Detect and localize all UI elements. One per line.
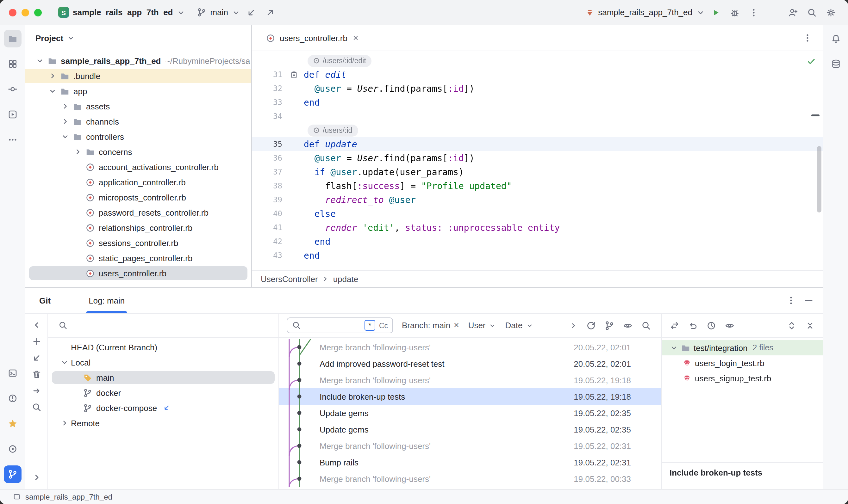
code-line[interactable]: 41 render 'edit', status: :unprocessable…	[252, 221, 823, 235]
settings-button[interactable]	[823, 4, 839, 21]
close-window-button[interactable]	[9, 8, 16, 16]
changed-dir-row[interactable]: test/integration 2 files	[662, 340, 823, 355]
tree-item-controllers[interactable]: controllers	[25, 129, 251, 144]
tree-item-app[interactable]: app	[25, 84, 251, 98]
chevron-right-icon[interactable]	[48, 71, 57, 80]
editor-scrollbar[interactable]	[817, 146, 821, 213]
debug-button[interactable]	[727, 4, 743, 21]
code-line[interactable]: 39 redirect_to @user	[252, 193, 823, 207]
commit-row[interactable]: Merge branch 'following-users'19.05.22, …	[279, 372, 661, 388]
project-widget[interactable]: S sample_rails_app_7th_ed	[58, 7, 186, 18]
clear-filter-icon[interactable]: ✕	[453, 321, 459, 329]
code-line[interactable]: 36 @user = User.find(params[:id])	[252, 151, 823, 165]
add-icon[interactable]	[31, 337, 41, 346]
stripe-git-button[interactable]	[3, 465, 21, 483]
chevron-right-icon[interactable]	[73, 147, 82, 156]
code-with-me-button[interactable]	[785, 4, 801, 21]
inspections-widget[interactable]	[806, 56, 816, 67]
route-chip[interactable]: /users/:id/edit	[308, 55, 372, 67]
stripe-structure-button[interactable]	[3, 55, 21, 73]
changed-file-row[interactable]: users_login_test.rb	[662, 355, 823, 371]
stripe-favorites-button[interactable]	[3, 415, 21, 433]
find-icon[interactable]	[31, 402, 41, 412]
rollback-icon[interactable]	[688, 320, 698, 330]
code-editor[interactable]: /users/:id/edit31def edit32 @user = User…	[252, 51, 823, 270]
commit-row[interactable]: Add improved password-reset test20.05.22…	[279, 355, 661, 372]
run-button[interactable]	[708, 4, 724, 21]
stripe-notifications-button[interactable]	[827, 30, 845, 48]
tab-options-button[interactable]	[802, 33, 813, 43]
route-chip[interactable]: /users/:id	[308, 124, 358, 136]
route-annotation[interactable]: /users/:id/edit	[252, 54, 823, 68]
tree-item-file[interactable]: password_resets_controller.rb	[25, 205, 251, 220]
chevron-right-icon[interactable]	[61, 102, 70, 111]
match-case-toggle[interactable]: Cc	[378, 322, 389, 329]
branch-item-docker-compose[interactable]: docker-compose	[48, 400, 278, 415]
graph-options-icon[interactable]	[604, 320, 615, 330]
minimize-window-button[interactable]	[21, 8, 29, 16]
chevron-right-icon[interactable]	[61, 117, 70, 126]
tree-item-file[interactable]: account_activations_controller.rb	[25, 159, 251, 175]
run-config-widget[interactable]: sample_rails_app_7th_ed	[585, 7, 705, 17]
tree-item-concerns[interactable]: concerns	[25, 144, 251, 159]
vcs-widget[interactable]: main	[197, 7, 241, 17]
code-line[interactable]: 40 else	[252, 207, 823, 221]
find-icon[interactable]	[641, 320, 651, 330]
project-panel-header[interactable]: Project	[25, 25, 251, 51]
tree-item-bundle[interactable]: .bundle	[25, 68, 251, 84]
tab-log-main[interactable]: Log: main	[86, 288, 127, 313]
user-filter[interactable]: User	[468, 321, 497, 330]
breadcrumb-method[interactable]: update	[333, 274, 359, 284]
stripe-terminal-button[interactable]	[3, 364, 21, 382]
chevron-down-icon[interactable]	[61, 132, 70, 141]
code-line[interactable]: 38 flash[:success] = "Profile updated"	[252, 179, 823, 193]
zoom-window-button[interactable]	[34, 8, 42, 16]
search-everywhere-button[interactable]	[804, 4, 820, 21]
update-icon[interactable]	[31, 353, 41, 363]
code-line[interactable]: 42 end	[252, 235, 823, 249]
route-annotation[interactable]: /users/:id	[252, 123, 823, 137]
delete-icon[interactable]	[31, 369, 41, 379]
code-line[interactable]: 32 @user = User.find(params[:id])	[252, 82, 823, 95]
chevron-right-icon[interactable]	[60, 419, 69, 428]
more-actions-button[interactable]	[745, 4, 762, 21]
collapse-panel-icon[interactable]	[31, 320, 41, 330]
date-filter[interactable]: Date	[505, 321, 534, 330]
commit-row[interactable]: Merge branch 'following-users'19.05.22, …	[279, 470, 661, 487]
expand-all-icon[interactable]	[786, 320, 797, 330]
navigate-icon[interactable]	[31, 386, 41, 396]
tree-item-users-controller[interactable]: users_controller.rb	[25, 266, 251, 281]
code-line[interactable]: 35def update	[252, 137, 823, 151]
update-project-button[interactable]	[243, 4, 260, 21]
code-line[interactable]: 34	[252, 109, 823, 123]
stripe-database-button[interactable]	[827, 55, 845, 73]
chevron-down-icon[interactable]	[670, 343, 678, 352]
stripe-circle-button[interactable]	[3, 440, 21, 458]
code-line[interactable]: 33end	[252, 95, 823, 109]
push-button[interactable]	[262, 4, 279, 21]
branch-search-field[interactable]	[48, 314, 278, 338]
code-line[interactable]: 43end	[252, 249, 823, 263]
stripe-project-button[interactable]	[3, 30, 21, 48]
branch-item-main[interactable]: main	[48, 370, 278, 385]
stripe-commit-button[interactable]	[3, 80, 21, 98]
tree-item-assets[interactable]: assets	[25, 98, 251, 114]
compare-icon[interactable]	[670, 320, 680, 330]
tree-item-file[interactable]: sessions_controller.rb	[25, 235, 251, 250]
commit-row[interactable]: Bump rails19.05.22, 02:31	[279, 454, 661, 470]
expand-panel-icon[interactable]	[31, 472, 41, 483]
branch-group-remote[interactable]: Remote	[48, 415, 278, 431]
regex-toggle[interactable]: *	[364, 320, 375, 331]
code-line[interactable]: 31def edit	[252, 68, 823, 82]
close-icon[interactable]	[352, 34, 360, 42]
changed-file-row[interactable]: users_signup_test.rb	[662, 371, 823, 386]
chevron-down-icon[interactable]	[48, 87, 57, 95]
more-filters-icon[interactable]	[569, 321, 578, 330]
commit-row[interactable]: Update gems19.05.22, 02:35	[279, 421, 661, 437]
tree-item-file[interactable]: application_controller.rb	[25, 175, 251, 190]
branch-group-local[interactable]: Local	[48, 355, 278, 370]
tree-item-root[interactable]: sample_rails_app_7th_ed ~/RubymineProjec…	[25, 53, 251, 68]
branch-filter[interactable]: Branch: main ✕	[402, 321, 460, 330]
tree-item-file[interactable]: microposts_controller.rb	[25, 190, 251, 205]
code-line[interactable]: 37 if @user.update(user_params)	[252, 165, 823, 179]
